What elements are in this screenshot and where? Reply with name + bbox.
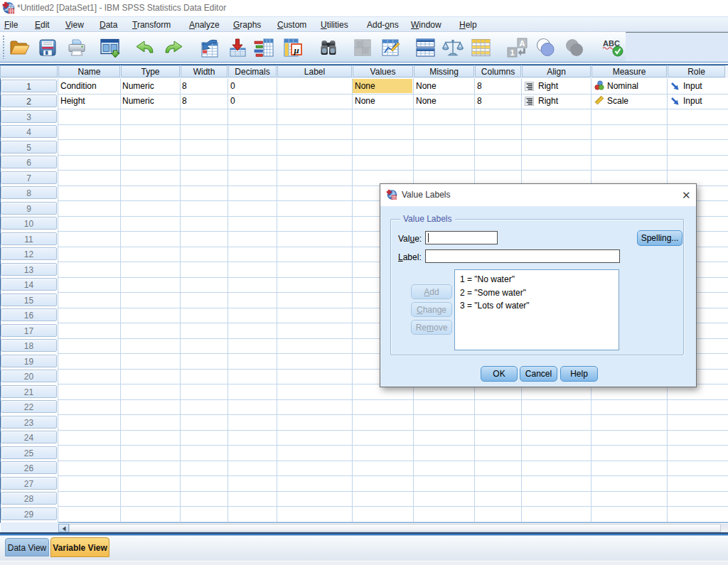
svg-text:A: A [520,39,525,48]
svg-text:1: 1 [510,48,514,57]
svg-text:μ: μ [293,45,299,55]
